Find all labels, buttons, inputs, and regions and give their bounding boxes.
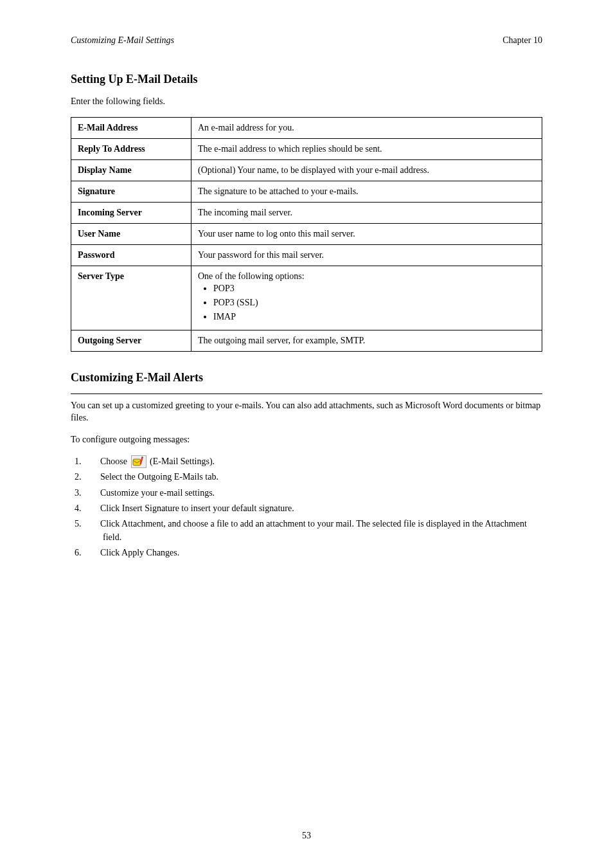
step-item: 2.Select the Outgoing E-Mails tab. xyxy=(89,471,542,484)
step-item: 1.Choose (E-Mail Settings). xyxy=(89,455,542,469)
table-row: Password Your password for this mail ser… xyxy=(71,244,542,266)
fields-table: E-Mail Address An e-mail address for you… xyxy=(71,117,542,352)
field-desc: One of the following options: POP3 POP3 … xyxy=(191,266,542,330)
field-name: Password xyxy=(71,244,191,266)
table-row: Reply To Address The e-mail address to w… xyxy=(71,138,542,159)
step-number: 6. xyxy=(89,547,100,559)
field-desc: Your user name to log onto this mail ser… xyxy=(191,223,542,244)
field-name: Server Type xyxy=(71,266,191,330)
step-number: 1. xyxy=(89,455,100,468)
to-configure-line: To configure outgoing messages: xyxy=(71,433,542,446)
table-row: User Name Your user name to log onto thi… xyxy=(71,223,542,244)
chapter-label: Chapter 10 xyxy=(502,35,542,46)
field-name: Reply To Address xyxy=(71,138,191,159)
step-text: Select the Outgoing E-Mails tab. xyxy=(100,472,218,482)
step-item: 4.Click Insert Signature to insert your … xyxy=(89,502,542,515)
section-heading-email-details: Setting Up E-Mail Details xyxy=(71,73,542,86)
step-item: 3.Customize your e-mail settings. xyxy=(89,487,542,500)
steps-list: 1.Choose (E-Mail Settings). 2.Select the… xyxy=(89,455,542,560)
step-text: Click Apply Changes. xyxy=(100,548,179,557)
svg-rect-0 xyxy=(133,459,141,466)
table-row: Server Type One of the following options… xyxy=(71,266,542,330)
mailbox-edit-icon xyxy=(131,455,147,468)
step-item: 6.Click Apply Changes. xyxy=(89,547,542,559)
step-text: Click Attachment, and choose a file to a… xyxy=(100,519,527,541)
section-divider xyxy=(71,393,542,394)
field-name: Outgoing Server xyxy=(71,330,191,351)
table-row: E-Mail Address An e-mail address for you… xyxy=(71,117,542,138)
doc-title: Customizing E-Mail Settings xyxy=(71,35,174,46)
table-row: Outgoing Server The outgoing mail server… xyxy=(71,330,542,351)
list-item: IMAP xyxy=(213,310,535,324)
step-text: Click Insert Signature to insert your de… xyxy=(100,503,294,513)
step-number: 2. xyxy=(89,471,100,484)
list-item: POP3 xyxy=(213,282,535,296)
field-name: E-Mail Address xyxy=(71,117,191,138)
field-desc: The incoming mail server. xyxy=(191,202,542,223)
field-name: Signature xyxy=(71,181,191,202)
field-desc: (Optional) Your name, to be displayed wi… xyxy=(191,159,542,181)
step-text-post: (E-Mail Settings). xyxy=(148,457,215,466)
field-desc: An e-mail address for you. xyxy=(191,117,542,138)
step-number: 3. xyxy=(89,487,100,500)
server-type-options: POP3 POP3 (SSL) IMAP xyxy=(213,282,535,325)
field-name: Display Name xyxy=(71,159,191,181)
field-desc: The signature to be attached to your e-m… xyxy=(191,181,542,202)
field-desc: Your password for this mail server. xyxy=(191,244,542,266)
step-number: 5. xyxy=(89,518,100,530)
field-desc: The outgoing mail server, for example, S… xyxy=(191,330,542,351)
field-desc-text: One of the following options: xyxy=(198,271,305,281)
field-name: Incoming Server xyxy=(71,202,191,223)
table-row: Incoming Server The incoming mail server… xyxy=(71,202,542,223)
step-number: 4. xyxy=(89,502,100,515)
intro-text: Enter the following fields. xyxy=(71,95,542,108)
field-desc: The e-mail address to which replies shou… xyxy=(191,138,542,159)
table-row: Display Name (Optional) Your name, to be… xyxy=(71,159,542,181)
section-heading-email-alerts: Customizing E-Mail Alerts xyxy=(71,371,542,384)
step-item: 5.Click Attachment, and choose a file to… xyxy=(89,518,542,544)
table-row: Signature The signature to be attached t… xyxy=(71,181,542,202)
page-number: 53 xyxy=(0,831,613,841)
step-text: Customize your e-mail settings. xyxy=(100,488,215,498)
list-item: POP3 (SSL) xyxy=(213,296,535,310)
field-name: User Name xyxy=(71,223,191,244)
alerts-para: You can set up a customized greeting to … xyxy=(71,399,542,424)
step-text-pre: Choose xyxy=(100,457,130,466)
